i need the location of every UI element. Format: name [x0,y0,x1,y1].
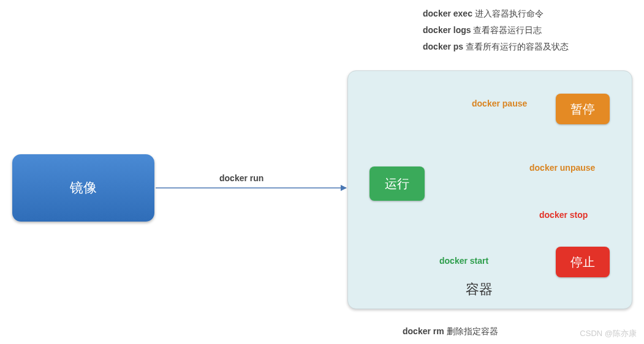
docker-run-label: docker run [219,173,263,183]
state-stop-label: 停止 [570,254,595,271]
edge-unpause-label: docker unpause [529,163,595,173]
edge-start-label: docker start [439,256,488,266]
watermark: CSDN @陈亦康 [580,328,637,339]
state-pause: 暂停 [556,94,610,124]
edge-stop-label: docker stop [539,210,588,220]
container-title: 容器 [466,280,493,299]
state-run: 运行 [369,166,425,201]
info-row: docker exec 进入容器执行命令 [423,6,569,21]
image-node-label: 镜像 [70,179,97,197]
docker-rm-label: docker rm 删除指定容器 [403,326,498,337]
state-stop: 停止 [556,247,610,277]
state-run-label: 运行 [385,176,409,192]
command-info-list: docker exec 进入容器执行命令 docker logs 查看容器运行日… [423,6,569,56]
image-node: 镜像 [12,154,154,222]
edge-pause-label: docker pause [472,99,527,108]
info-row: docker logs 查看容器运行日志 [423,23,569,38]
state-pause-label: 暂停 [570,101,595,118]
info-row: docker ps 查看所有运行的容器及状态 [423,39,569,54]
